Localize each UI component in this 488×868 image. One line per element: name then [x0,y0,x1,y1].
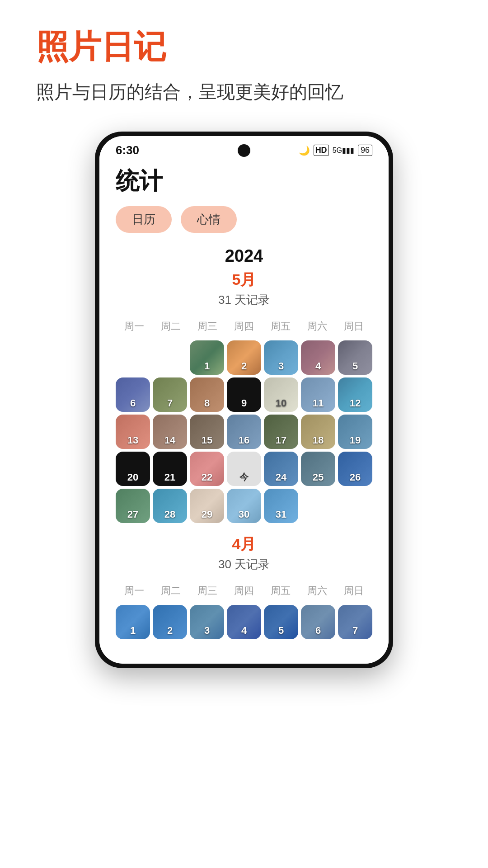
screen-title: 统计 [116,165,372,197]
cal-day-27[interactable]: 27 [116,489,150,523]
cal-day-29[interactable]: 29 [190,489,224,523]
status-bar: 6:30 🌙 HD 5G▮▮▮ 96 [99,136,389,161]
weekday-sat: 周六 [299,317,336,336]
cal-day-15[interactable]: 15 [190,415,224,449]
cal-day-13[interactable]: 13 [116,415,150,449]
may-record: 31 天记录 [116,292,372,308]
weekday-sun: 周日 [336,317,372,336]
weekday-thu: 周四 [225,317,262,336]
cal-day-17[interactable]: 17 [264,415,298,449]
weekday-wed: 周三 [189,317,225,336]
cal-day-today[interactable]: 今 [227,452,261,486]
cal-day-24[interactable]: 24 [264,452,298,486]
april-cal-day-1[interactable]: 1 [116,605,150,639]
cal-day-11[interactable]: 11 [301,377,335,412]
status-icons: 🌙 HD 5G▮▮▮ 96 [299,145,372,156]
app-subtitle: 照片与日历的结合，呈现更美好的回忆 [36,80,452,104]
april-calendar-grid: 1 2 3 4 5 6 7 [116,605,372,639]
cal-day-21[interactable]: 21 [153,452,187,486]
weekday-sat: 周六 [299,581,336,600]
cal-day-22[interactable]: 22 [190,452,224,486]
cal-day-12[interactable]: 12 [338,377,372,412]
april-cal-day-4[interactable]: 4 [227,605,261,639]
status-time: 6:30 [116,143,139,157]
cal-day-4[interactable]: 4 [301,340,335,375]
phone-frame: 6:30 🌙 HD 5G▮▮▮ 96 统计 日历 心情 [95,132,393,668]
may-weekday-row: 周一 周二 周三 周四 周五 周六 周日 [116,317,372,336]
phone-inner: 6:30 🌙 HD 5G▮▮▮ 96 统计 日历 心情 [99,136,389,664]
cal-day-26[interactable]: 26 [338,452,372,486]
weekday-fri: 周五 [263,317,299,336]
tab-calendar[interactable]: 日历 [116,206,172,233]
weekday-fri: 周五 [263,581,299,600]
phone-frame-wrapper: 6:30 🌙 HD 5G▮▮▮ 96 统计 日历 心情 [0,132,488,668]
tab-row: 日历 心情 [116,206,372,233]
cal-day-5[interactable]: 5 [338,340,372,375]
cal-day-28[interactable]: 28 [153,489,187,523]
cal-day-6[interactable]: 6 [116,377,150,412]
cal-day-19[interactable]: 19 [338,415,372,449]
may-calendar-grid: 1 2 3 4 5 6 7 8 9 10 11 12 13 14 15 [116,340,372,523]
weekday-sun: 周日 [336,581,372,600]
cal-day-18[interactable]: 18 [301,415,335,449]
april-cal-day-2[interactable]: 2 [153,605,187,639]
cal-day-8[interactable]: 8 [190,377,224,412]
app-title: 照片日记 [36,27,452,66]
empty-cell [338,489,372,523]
april-label: 4月 [116,534,372,555]
cal-day-3[interactable]: 3 [264,340,298,375]
phone-content: 统计 日历 心情 2024 5月 31 天记录 周一 周二 周三 周四 周五 [99,161,389,664]
cal-day-2[interactable]: 2 [227,340,261,375]
moon-icon: 🌙 [299,145,310,156]
weekday-tue: 周二 [152,317,189,336]
april-record: 30 天记录 [116,557,372,572]
year-label: 2024 [116,246,372,266]
battery-icon: 96 [358,145,372,156]
april-cal-day-6[interactable]: 6 [301,605,335,639]
weekday-tue: 周二 [152,581,189,600]
cal-day-7[interactable]: 7 [153,377,187,412]
page-header: 照片日记 照片与日历的结合，呈现更美好的回忆 [0,0,488,113]
cal-day-20[interactable]: 20 [116,452,150,486]
weekday-thu: 周四 [225,581,262,600]
camera-notch [238,144,250,157]
empty-cell [301,489,335,523]
cal-day-9[interactable]: 9 [227,377,261,412]
april-cal-day-7[interactable]: 7 [338,605,372,639]
april-cal-day-3[interactable]: 3 [190,605,224,639]
cal-day-1[interactable]: 1 [190,340,224,375]
cal-day-31[interactable]: 31 [264,489,298,523]
may-label: 5月 [116,269,372,290]
tab-mood[interactable]: 心情 [181,206,237,233]
cal-day-16[interactable]: 16 [227,415,261,449]
april-weekday-row: 周一 周二 周三 周四 周五 周六 周日 [116,581,372,600]
empty-cell [153,340,187,375]
signal-icon: 5G▮▮▮ [333,146,354,155]
weekday-wed: 周三 [189,581,225,600]
empty-cell [116,340,150,375]
weekday-mon: 周一 [116,317,152,336]
cal-day-25[interactable]: 25 [301,452,335,486]
april-cal-day-5[interactable]: 5 [264,605,298,639]
cal-day-30[interactable]: 30 [227,489,261,523]
cal-day-10[interactable]: 10 [264,377,298,412]
cal-day-14[interactable]: 14 [153,415,187,449]
hd-icon: HD [314,145,329,156]
weekday-mon: 周一 [116,581,152,600]
